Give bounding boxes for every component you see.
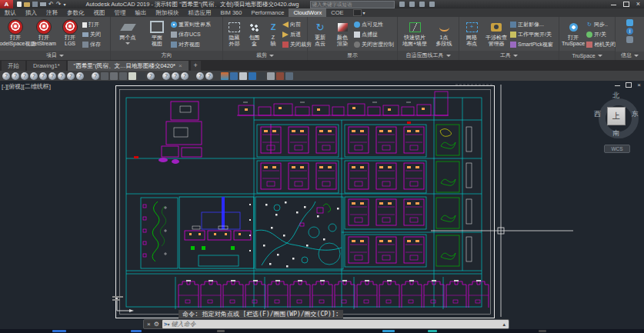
cw-tool-icon[interactable]: ? bbox=[147, 72, 155, 80]
open-truspace-button[interactable]: 打开TruSpace bbox=[561, 18, 586, 51]
panel-title-tools[interactable]: 工具 bbox=[459, 51, 559, 60]
window-tool-icon[interactable] bbox=[239, 72, 247, 80]
doc-close-icon[interactable]: × bbox=[637, 82, 641, 88]
search-icon[interactable] bbox=[399, 2, 405, 7]
doc-restore-icon[interactable] bbox=[626, 82, 632, 88]
cw-tool-icon[interactable]: ? bbox=[2, 72, 10, 80]
grid-points-button[interactable]: + 网格布点 bbox=[461, 18, 482, 51]
cw-tool-icon[interactable]: ? bbox=[196, 72, 204, 80]
cw-tool-icon[interactable]: ? bbox=[181, 72, 189, 80]
cw-tool-icon[interactable] bbox=[138, 72, 145, 80]
cw-tool-icon[interactable]: ? bbox=[172, 72, 179, 80]
cw-tool-icon[interactable] bbox=[119, 72, 127, 80]
wcs-button[interactable]: WCS bbox=[604, 145, 630, 153]
tab-addins[interactable]: 附加模块 bbox=[152, 8, 184, 17]
layer-states-icon[interactable] bbox=[221, 72, 229, 80]
panel-title-truspace[interactable]: TruSpace bbox=[559, 51, 615, 60]
panel-title-info[interactable]: 信息 bbox=[616, 52, 644, 60]
truspace-toggle-button[interactable]: 开/关 bbox=[586, 30, 616, 39]
new-drawing-tab-button[interactable]: + bbox=[191, 61, 201, 71]
info-icon[interactable]: i bbox=[626, 28, 633, 35]
app-store-icon[interactable] bbox=[419, 2, 425, 7]
tab-bim360[interactable]: BIM 360 bbox=[216, 8, 247, 17]
tab-manage[interactable]: 管理 bbox=[110, 8, 131, 17]
doc-minimize-icon[interactable] bbox=[615, 85, 620, 86]
plan-view-button[interactable]: 平面视图 bbox=[144, 18, 170, 51]
monitor-tool-icon[interactable] bbox=[285, 72, 293, 80]
reset-to-world-button[interactable]: 重置到世界系 bbox=[171, 20, 211, 29]
cw-tool-icon[interactable]: ? bbox=[39, 72, 47, 80]
viewcube-top-face[interactable]: 上 bbox=[607, 107, 626, 125]
point-visibility-button[interactable]: 点可见性 bbox=[354, 20, 394, 29]
save-icon[interactable] bbox=[32, 2, 38, 7]
redo-icon[interactable]: ↷ bbox=[56, 2, 62, 8]
cw-tool-icon[interactable]: ? bbox=[67, 72, 75, 80]
close-icon[interactable]: × bbox=[636, 1, 640, 8]
smartpick-button[interactable]: SmartPick视窗 bbox=[510, 40, 553, 49]
new-file-icon[interactable] bbox=[17, 2, 22, 7]
open-lgs-button[interactable]: 打开LGS bbox=[58, 18, 82, 51]
info-sync-icon[interactable] bbox=[626, 19, 633, 26]
work-plane-button[interactable]: 工作平面开/关 bbox=[510, 30, 553, 39]
panel-title-orientation[interactable]: 方向 bbox=[111, 51, 222, 60]
cw-tool-icon[interactable]: ? bbox=[205, 72, 213, 80]
recent-commands-icon[interactable]: ▴ bbox=[499, 321, 509, 328]
taskbar-app-icon[interactable] bbox=[382, 330, 395, 332]
cw-tool-icon[interactable]: ? bbox=[92, 72, 99, 80]
command-close-icon[interactable]: × bbox=[147, 321, 151, 328]
tab-annotate[interactable]: 注释 bbox=[42, 8, 62, 17]
panel-title-project[interactable]: 项目 bbox=[0, 51, 110, 60]
one-point-polyline-button[interactable]: 1点多段线 bbox=[431, 18, 457, 51]
update-pointcloud-button[interactable]: ↻ 更新点云 bbox=[309, 18, 331, 51]
command-customize-icon[interactable]: ⚙ bbox=[154, 321, 159, 328]
tab-featured-apps[interactable]: 精选应用 bbox=[184, 8, 216, 17]
minimize-icon[interactable] bbox=[611, 4, 616, 5]
quick-slice-button[interactable]: 快速切片地面+墙壁 bbox=[399, 18, 430, 51]
command-input-field[interactable]: >▾ ▴ bbox=[162, 320, 509, 328]
view-tool-icon[interactable] bbox=[249, 72, 256, 80]
file-tab-active-drawing[interactable]: "西希里"(民宿、文…目地形图楼交0420*× bbox=[68, 61, 189, 71]
open-jetstream-button[interactable]: 打开JetStream bbox=[30, 18, 58, 51]
file-tab-start[interactable]: 开始 bbox=[2, 61, 25, 71]
density-control-button[interactable]: 关闭密度控制 bbox=[354, 40, 394, 49]
cw-tool-icon[interactable]: ? bbox=[76, 72, 84, 80]
panel-title-display[interactable]: 显示 bbox=[308, 51, 397, 60]
dark-tool-icon[interactable] bbox=[258, 72, 265, 80]
taskbar-app-icon[interactable] bbox=[539, 330, 546, 332]
help-icon[interactable] bbox=[429, 2, 435, 7]
ribbon-options[interactable]: ▾ bbox=[353, 9, 365, 16]
collaborate-icon[interactable] bbox=[230, 72, 238, 80]
taskbar-app-icon[interactable] bbox=[131, 330, 142, 332]
tab-coe[interactable]: COE bbox=[326, 8, 348, 17]
tab-close-icon[interactable]: × bbox=[179, 62, 182, 69]
viewcube-west[interactable]: 西 bbox=[594, 109, 601, 119]
ortho-image-button[interactable]: 正射影像... bbox=[510, 20, 553, 29]
drawing-canvas[interactable] bbox=[0, 81, 644, 329]
command-input[interactable] bbox=[172, 321, 500, 328]
z-axis-button[interactable]: Z Z轴 bbox=[265, 18, 282, 51]
qat-dropdown-icon[interactable]: ▾ bbox=[63, 2, 65, 8]
two-points-button[interactable]: 两个点 bbox=[112, 18, 143, 51]
tab-view[interactable]: 视图 bbox=[89, 8, 110, 17]
camera-off-button[interactable]: 相机关闭 bbox=[586, 40, 616, 49]
account-icon[interactable] bbox=[409, 2, 415, 7]
cw-tool-icon[interactable]: ? bbox=[30, 72, 38, 80]
viewcube-south[interactable]: 南 bbox=[612, 128, 619, 138]
taskbar-app-icon[interactable] bbox=[52, 330, 66, 332]
cw-tool-icon[interactable]: ? bbox=[21, 72, 28, 80]
taskbar-app-icon[interactable] bbox=[428, 330, 437, 332]
truspace-sync-button[interactable]: ↻同步.. bbox=[586, 20, 616, 29]
project-save-button[interactable]: 保存 bbox=[82, 40, 101, 49]
pencil-tool-icon[interactable] bbox=[267, 72, 275, 80]
tab-performance[interactable]: Performance bbox=[246, 8, 289, 17]
open-modelspace-button[interactable]: 打开ModelSpace视图 bbox=[2, 18, 29, 51]
point-snap-button[interactable]: 点捕捉 bbox=[354, 30, 394, 39]
tab-cloudworx[interactable]: CloudWorx bbox=[289, 8, 326, 17]
panel-title-clip[interactable]: 裁剪 bbox=[223, 51, 307, 60]
application-menu-button[interactable]: A bbox=[0, 0, 13, 8]
color-render-button[interactable]: 颜色渲染 bbox=[332, 18, 353, 51]
taskbar-app-icon[interactable] bbox=[217, 330, 225, 332]
file-tab-drawing1[interactable]: Drawing1* bbox=[27, 61, 66, 71]
cw-tool-icon[interactable]: ? bbox=[48, 72, 56, 80]
tab-parametric[interactable]: 参数化 bbox=[62, 8, 89, 17]
